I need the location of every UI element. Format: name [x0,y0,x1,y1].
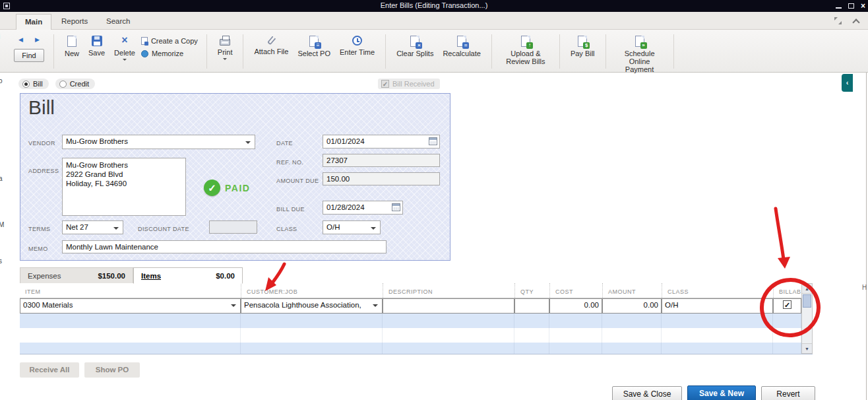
tab-search[interactable]: Search [98,14,139,30]
new-button[interactable]: New [60,33,84,58]
save-and-close-button[interactable]: Save & Close [612,386,682,400]
column-header-class: CLASS [662,283,773,298]
terms-label: TERMS [28,226,51,232]
table-scrollbar[interactable]: ▲ ▼ [801,283,813,354]
description-cell[interactable] [383,298,514,314]
calendar-icon[interactable] [429,137,437,145]
amount-due-field[interactable]: 150.00 [323,172,440,185]
customer-job-cell[interactable]: Pensacola Lighthouse Association, [241,298,383,314]
item-cell[interactable]: 0300 Materials [20,298,241,314]
back-button[interactable]: ◀ [15,34,26,44]
clear-splits-icon: × [410,36,419,47]
delete-button[interactable]: × Delete [109,33,140,63]
toolbar-separator [53,34,54,69]
maximize-icon[interactable] [848,3,854,9]
collapse-panel-tab[interactable]: ‹ [842,74,853,92]
cost-cell[interactable]: 0.00 [549,298,602,314]
memo-field[interactable]: Monthly Lawn Maintenance [62,240,387,253]
toolbar: ◀ ▶ Find New Save × Delete Create a Copy [0,30,868,73]
recalculate-button[interactable]: = Recalculate [438,33,485,58]
toolbar-separator [243,34,243,69]
scroll-down-icon[interactable]: ▼ [802,343,812,353]
tab-expenses[interactable]: Expenses $150.00 [20,267,133,284]
recalculate-icon: = [457,36,466,47]
tab-reports[interactable]: Reports [53,14,96,30]
class-dropdown[interactable]: O/H [323,220,381,234]
toolbar-separator [673,34,674,69]
vendor-dropdown[interactable]: Mu-Grow Brothers [62,135,255,149]
bill-received-checkbox[interactable]: ✓ Bill Received [378,79,440,89]
forward-button[interactable]: ▶ [32,34,43,44]
column-header-cost: COST [549,283,602,298]
qty-cell[interactable] [514,298,549,314]
billable-checkbox[interactable]: ✓ [783,300,791,309]
edge-fragment: a [0,175,3,182]
clear-splits-button[interactable]: × Clear Splits [392,33,438,58]
scroll-up-icon[interactable]: ▲ [802,284,812,294]
show-po-button[interactable]: Show PO [84,362,140,378]
edge-fragment: H [862,284,867,291]
toolbar-separator [605,34,606,69]
tab-main[interactable]: Main [16,14,51,30]
calendar-icon[interactable] [392,203,400,211]
scrollbar-thumb[interactable] [803,294,811,308]
tab-items[interactable]: Items $0.00 [133,267,243,284]
expand-window-icon[interactable] [834,17,842,24]
upload-review-bills-button[interactable]: ↑ Upload & Review Bills [498,33,553,66]
table-bottom-border [20,354,813,354]
new-document-icon [67,36,77,47]
enter-time-button[interactable]: Enter Time [335,33,379,57]
table-row-empty[interactable] [20,314,801,328]
save-button[interactable]: Save [84,33,109,57]
annotation-arrow-billable [776,209,784,259]
date-label: DATE [276,140,293,147]
date-field[interactable]: 01/01/2024 [323,135,440,149]
table-row-empty[interactable] [20,328,801,343]
paperclip-icon [267,36,276,45]
printer-icon [220,39,230,46]
credit-radio[interactable]: Credit [55,79,95,89]
ref-no-field[interactable]: 27307 [323,154,440,167]
address-field[interactable]: Mu-Grow Brothers 2922 Grand Blvd Holiday… [62,158,186,216]
pay-bill-icon: $ [578,36,587,47]
toolbar-separator [491,34,492,69]
revert-button[interactable]: Revert [761,386,815,400]
class-label: CLASS [276,226,297,232]
items-table: ITEM CUSTOMER:JOB DESCRIPTION QTY COST A… [20,283,801,354]
table-row-empty[interactable] [20,343,801,354]
receive-all-button[interactable]: Receive All [20,362,79,378]
dropdown-caret-icon [123,59,127,63]
schedule-online-payment-button[interactable]: » Schedule Online Payment [612,33,667,74]
discount-date-field[interactable] [209,220,257,234]
bill-heading: Bill [28,96,55,119]
bill-radio[interactable]: Bill [18,79,49,89]
create-copy-button[interactable]: Create a Copy [141,37,198,45]
print-button[interactable]: Print [213,33,237,63]
amount-cell[interactable]: 0.00 [602,298,662,314]
bill-due-field[interactable]: 01/28/2024 [323,201,403,215]
annotation-arrowhead [778,257,790,269]
column-header-qty: QTY [514,283,549,298]
schedule-payment-icon: » [635,36,644,47]
items-table-header: ITEM CUSTOMER:JOB DESCRIPTION QTY COST A… [20,283,801,298]
terms-dropdown[interactable]: Net 27 [62,220,123,234]
toolbar-separator [385,34,386,69]
attach-file-button[interactable]: Attach File [249,33,293,56]
find-button[interactable]: Find [14,49,44,62]
pay-bill-button[interactable]: $ Pay Bill [566,33,600,58]
clock-icon [352,36,362,46]
select-po-button[interactable]: ≡ Select PO [293,33,335,58]
enter-bills-window: Enter Bills (Editing Transaction...) × M… [0,0,868,400]
save-and-new-button[interactable]: Save & New [687,385,756,400]
memorize-icon [141,50,148,57]
class-cell[interactable]: O/H [662,298,773,314]
paid-stamp: ✓ PAID [204,180,250,196]
upload-icon: ↑ [521,36,530,47]
address-label: ADDRESS [28,168,59,174]
collapse-ribbon-icon[interactable] [852,18,859,26]
close-icon[interactable]: × [861,0,865,12]
amount-due-label: AMOUNT DUE [276,178,319,184]
memorize-button[interactable]: Memorize [141,50,198,57]
bill-due-label: BILL DUE [276,206,305,213]
minimize-icon[interactable] [836,7,842,9]
